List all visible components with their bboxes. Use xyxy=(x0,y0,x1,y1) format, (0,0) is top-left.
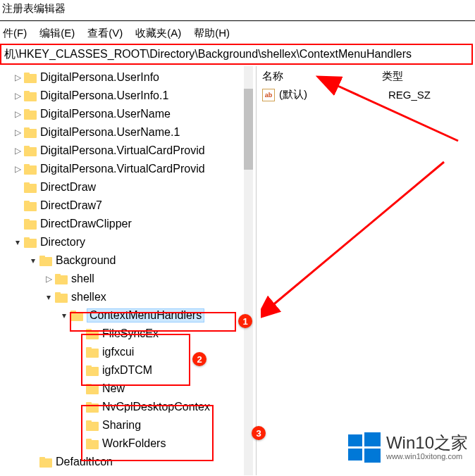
tree-label: shellex xyxy=(71,291,106,303)
menu-edit[interactable]: 编辑(E) xyxy=(37,25,78,42)
folder-icon xyxy=(55,274,68,284)
svg-rect-3 xyxy=(364,432,381,446)
folder-icon xyxy=(24,182,37,193)
watermark-url: www.win10xitong.com xyxy=(386,452,462,461)
tree-item[interactable]: ▷DigitalPersona.VirtualCardProvid xyxy=(0,160,252,178)
menu-favorites[interactable]: 收藏夹(A) xyxy=(132,25,184,42)
expand-icon[interactable]: ▷ xyxy=(13,146,23,156)
expand-icon[interactable]: ▷ xyxy=(13,91,23,101)
expand-icon[interactable]: ▷ xyxy=(13,164,23,174)
tree-label: DigitalPersona.VirtualCardProvid xyxy=(40,163,205,175)
annotation-badge-2: 2 xyxy=(192,352,206,366)
annotation-box xyxy=(81,405,214,461)
panel-splitter[interactable] xyxy=(252,66,257,475)
expand-icon[interactable]: ▷ xyxy=(13,73,23,82)
menu-file[interactable]: 件(F) xyxy=(0,25,30,42)
expand-icon[interactable]: ▷ xyxy=(44,274,54,284)
tree-item[interactable]: ▷DigitalPersona.UserName.1 xyxy=(0,123,252,142)
folder-icon xyxy=(24,237,37,248)
windows-logo-icon xyxy=(348,431,381,463)
tree-item[interactable]: ▷DigitalPersona.UserName xyxy=(0,105,252,123)
tree-item[interactable]: ▾Background xyxy=(0,251,252,270)
annotation-badge-3: 3 xyxy=(252,426,266,440)
folder-icon xyxy=(24,164,37,175)
list-row[interactable]: ab (默认) REG_SZ xyxy=(257,86,475,104)
tree-label: DigitalPersona.UserInfo.1 xyxy=(40,89,168,102)
folder-icon xyxy=(24,201,37,211)
folder-icon xyxy=(39,457,52,468)
watermark-suffix: 之家 xyxy=(434,433,468,452)
tree-label: DirectDraw xyxy=(40,181,96,194)
annotation-badge-1: 1 xyxy=(238,314,252,328)
tree-item[interactable]: ▷shell xyxy=(0,270,252,288)
svg-rect-5 xyxy=(364,449,381,463)
menu-view[interactable]: 查看(V) xyxy=(85,25,125,42)
folder-icon xyxy=(39,256,52,266)
folder-icon xyxy=(24,91,37,101)
folder-icon xyxy=(24,73,37,83)
collapse-icon[interactable]: ▾ xyxy=(28,256,38,265)
tree-label: shell xyxy=(71,273,94,285)
scrollbar[interactable] xyxy=(244,66,253,475)
string-value-icon: ab xyxy=(262,89,275,101)
watermark: Win10之家 www.win10xitong.com xyxy=(348,431,468,463)
tree-label: DigitalPersona.UserName.1 xyxy=(40,126,180,139)
tree-label: Directory xyxy=(40,236,85,249)
svg-rect-4 xyxy=(348,449,362,461)
tree-label: DirectDrawClipper xyxy=(40,218,132,230)
value-name: (默认) xyxy=(279,88,388,101)
svg-rect-2 xyxy=(348,434,362,446)
menu-help[interactable]: 帮助(H) xyxy=(191,25,233,42)
folder-icon xyxy=(55,292,68,303)
tree-item[interactable]: ▷DigitalPersona.UserInfo xyxy=(0,68,252,87)
folder-icon xyxy=(24,219,37,230)
collapse-icon[interactable]: ▾ xyxy=(44,292,54,302)
annotation-box xyxy=(81,334,190,386)
address-bar[interactable]: 机\HKEY_CLASSES_ROOT\Directory\Background… xyxy=(0,44,473,65)
tree-item[interactable]: DirectDraw7 xyxy=(0,196,252,215)
value-type: REG_SZ xyxy=(388,89,431,101)
collapse-icon[interactable]: ▾ xyxy=(13,237,23,247)
folder-icon xyxy=(24,127,37,138)
watermark-brand: Win10 xyxy=(386,433,434,452)
expand-icon[interactable]: ▷ xyxy=(13,109,23,119)
address-text: 机\HKEY_CLASSES_ROOT\Directory\Background… xyxy=(4,47,412,62)
expand-icon[interactable]: ▷ xyxy=(13,127,23,137)
tree-label: DigitalPersona.UserInfo xyxy=(40,71,159,84)
tree-label: DigitalPersona.VirtualCardProvid xyxy=(40,144,205,157)
scrollbar-thumb[interactable] xyxy=(244,89,253,170)
tree-label: DigitalPersona.UserName xyxy=(40,108,171,120)
window-title: 注册表编辑器 xyxy=(0,0,475,21)
tree-item[interactable]: ▷DigitalPersona.UserInfo.1 xyxy=(0,87,252,105)
tree-item[interactable]: ▾shellex xyxy=(0,288,252,306)
folder-icon xyxy=(24,109,37,120)
values-panel: 名称 类型 ab (默认) REG_SZ xyxy=(257,66,475,475)
list-header: 名称 类型 xyxy=(257,66,475,86)
folder-icon xyxy=(24,146,37,156)
tree-item[interactable]: DirectDrawClipper xyxy=(0,215,252,233)
tree-label: DirectDraw7 xyxy=(40,199,102,212)
tree-item[interactable]: ▾Directory xyxy=(0,233,252,251)
tree-item[interactable]: DirectDraw xyxy=(0,178,252,196)
column-name[interactable]: 名称 xyxy=(257,66,376,86)
tree-item[interactable]: ▷DigitalPersona.VirtualCardProvid xyxy=(0,142,252,160)
menu-bar: 件(F) 编辑(E) 查看(V) 收藏夹(A) 帮助(H) xyxy=(0,23,475,42)
column-type[interactable]: 类型 xyxy=(376,66,475,86)
annotation-box xyxy=(70,312,236,332)
tree-label: Background xyxy=(56,254,116,267)
collapse-icon[interactable]: ▾ xyxy=(59,311,69,320)
